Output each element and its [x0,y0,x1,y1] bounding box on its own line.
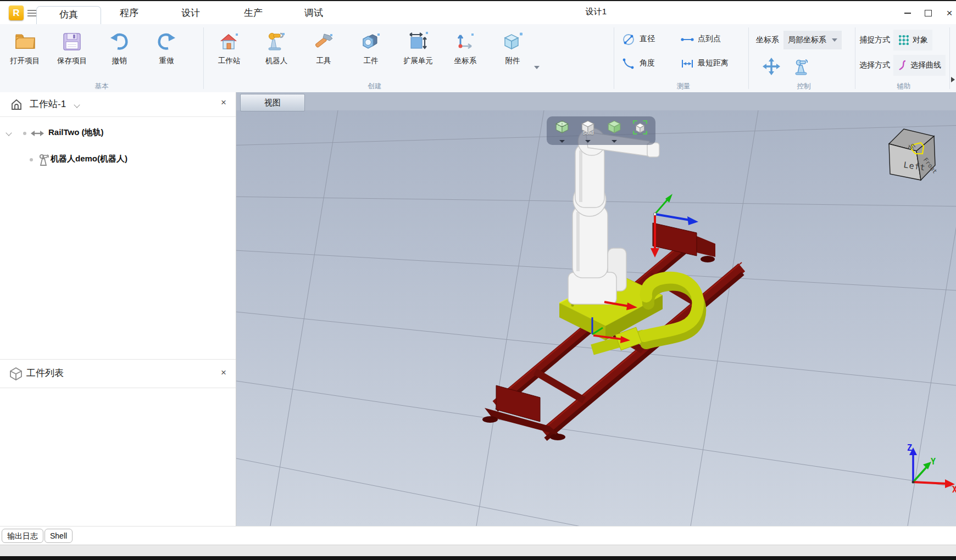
station-title: 工作站-1 [30,98,66,110]
axis-x-label: X [952,485,956,495]
group-label-basic: 基本 [0,82,203,91]
workpiece-panel-header: 工件列表 × [0,359,236,388]
hamburger-menu-icon[interactable] [27,10,36,16]
ribbon-divider [855,27,855,89]
folder-icon [13,30,37,54]
tab-debug[interactable]: 调试 [289,1,338,24]
ribbon-group-aux: 捕捉方式 对象 选择方式 选择曲线 辅助 [858,24,949,92]
workpiece-cube-icon [9,367,23,381]
coordinate-system-select[interactable]: 局部坐标系 [783,31,842,49]
coordinate-frame-plus-icon [453,30,477,54]
solid-mode-label: Solid [577,130,599,136]
curve-icon [898,59,908,71]
angle-icon [622,57,636,69]
viewport-top-band [236,92,956,110]
tree-expand-chevron-icon[interactable] [5,130,12,136]
ribbon-group-basic: 打开项目 保存项目 撤销 [0,24,203,92]
viewport-3d[interactable]: Left Front Up Z Y X 视图 [236,92,956,526]
workpiece-panel-close-icon[interactable]: × [218,367,229,378]
close-button[interactable]: × [942,7,956,20]
solid-view-button[interactable]: Solid [577,118,599,143]
robot-jog-button[interactable] [790,56,812,77]
coordinate-system-label: 坐标系 [756,35,779,45]
select-mode-button[interactable]: 选择曲线 [893,55,946,76]
title-bar: R 仿真 程序 设计1 设计 生产 调试 × [0,1,956,24]
ribbon-group-create: 工作站 机器人 工具 [205,24,544,92]
cube-plus-icon [501,30,525,54]
status-bar: 输出日志 Shell [0,526,956,545]
group-label-measure: 测量 [620,82,747,91]
status-strip [0,545,956,557]
scene-canvas[interactable]: Left Front Up Z Y X [236,92,956,526]
attachment-dropdown-arrow[interactable] [534,66,540,69]
application-window: R 仿真 程序 设计1 设计 生产 调试 × 打开项目 [0,0,956,560]
tree-item-railtwo[interactable]: RailTwo (地轨) [0,124,236,143]
select-mode-label: 选择方式 [859,60,890,70]
dropdown-arrow[interactable] [612,140,617,143]
diameter-icon [622,33,636,45]
create-workstation-button[interactable]: 工作站 [205,25,253,78]
create-frame-button[interactable]: 坐标系 [442,25,489,78]
ribbon-toolbar: 打开项目 保存项目 撤销 [0,24,956,93]
ribbon-divider [614,27,614,89]
tree-bullet [23,132,26,135]
view-tab[interactable]: 视图 [240,94,305,111]
maximize-button[interactable] [920,7,936,20]
ribbon-overflow-arrow[interactable] [951,77,955,82]
ribbon-divider [949,27,950,89]
save-project-button[interactable]: 保存项目 [48,25,96,78]
tab-program[interactable]: 程序 [104,1,154,24]
window-title: 设计1 [549,7,643,17]
group-label-control: 控制 [754,82,854,91]
window-bottom-edge [0,556,956,560]
zoom-fit-button[interactable] [629,118,651,143]
create-workpiece-button[interactable]: 工件 [347,25,394,78]
hammer-plus-icon [312,30,336,54]
house-plus-icon [217,30,241,54]
tab-production[interactable]: 生产 [229,1,278,24]
fit-selection-icon [632,120,648,135]
app-logo-icon[interactable]: R [9,5,24,20]
project-tree-panel: 工作站-1 × RailTwo (地轨) 机器人demo(机器人) 工件列表 × [0,92,236,526]
wireframe-view-button[interactable] [551,118,573,143]
minimize-button[interactable] [900,7,915,20]
transparent-cube-icon [555,120,569,134]
redo-arrow-icon [154,30,179,54]
tab-design[interactable]: 设计 [166,1,215,24]
dropdown-arrow[interactable] [559,140,565,143]
snap-mode-button[interactable]: 对象 [893,30,932,51]
station-dropdown-chevron-icon[interactable] [74,102,80,108]
shell-tab[interactable]: Shell [45,529,73,543]
workpiece-title: 工件列表 [26,367,64,379]
robot-icon [37,153,49,166]
robot-jog-icon [792,58,810,75]
create-robot-button[interactable]: 机器人 [253,25,300,78]
output-log-tab[interactable]: 输出日志 [2,529,43,543]
station-panel-close-icon[interactable]: × [218,97,229,108]
measure-shortest-distance-button[interactable]: 最短距离 [680,53,752,74]
view-mode-toolbar: Solid [547,116,655,145]
redo-button[interactable]: 重做 [143,25,190,78]
shortest-distance-icon [680,57,694,69]
dropdown-arrow[interactable] [585,140,591,143]
green-cube-icon [607,120,621,134]
create-tool-button[interactable]: 工具 [300,25,347,78]
tree-bullet [30,158,33,161]
measure-angle-button[interactable]: 角度 [622,53,682,74]
view-cube[interactable]: Left Front Up [889,129,938,180]
tab-simulation[interactable]: 仿真 [36,6,101,25]
shaded-view-button[interactable] [603,118,625,143]
rail-axis-icon [31,128,44,139]
undo-arrow-icon [107,30,131,54]
group-label-create: 创建 [205,82,544,91]
undo-button[interactable]: 撤销 [96,25,143,78]
combo-dropdown-arrow [832,38,837,42]
create-attachment-button[interactable]: 附件 [489,25,536,78]
measure-point-to-point-button[interactable]: 点到点 [680,29,752,49]
open-project-button[interactable]: 打开项目 [1,25,48,78]
move-control-button[interactable] [760,56,782,77]
measure-diameter-button[interactable]: 直径 [622,29,682,49]
point-to-point-icon [680,33,694,45]
create-extension-unit-button[interactable]: 扩展单元 [394,25,442,78]
tree-item-robot-demo[interactable]: 机器人demo(机器人) [0,150,236,169]
